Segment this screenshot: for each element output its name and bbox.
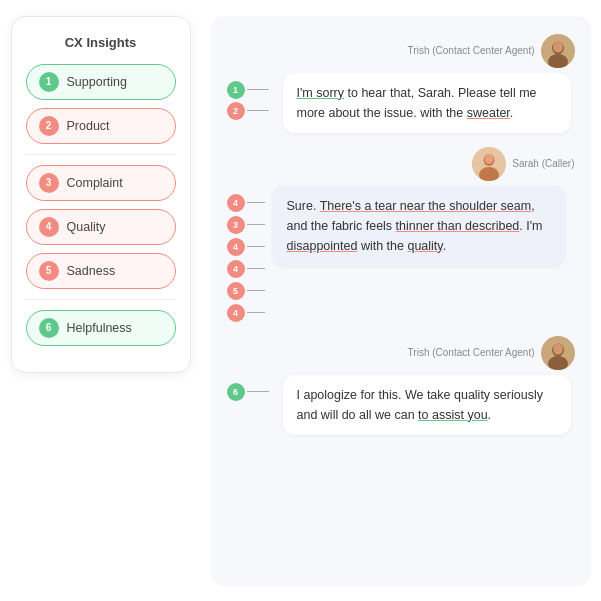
caller-with: with the [357, 239, 407, 253]
caller-name: Sarah (Caller) [512, 158, 574, 169]
agent1-name: Trish (Contact Center Agent) [408, 45, 535, 56]
caller-period: . [443, 239, 446, 253]
insight-badge-5: 5 [39, 261, 59, 281]
divider-1 [26, 154, 176, 155]
agent2-bubble: I apologize for this. We take quality se… [283, 375, 571, 435]
divider-2 [26, 299, 176, 300]
insight-quality[interactable]: 4 Quality [26, 209, 176, 245]
agent1-period1: . [510, 106, 513, 120]
insight-badge-2: 2 [39, 116, 59, 136]
agent1-sorry: I'm sorry [297, 86, 345, 100]
agent1-bubble: I'm sorry to hear that, Sarah. Please te… [283, 73, 571, 133]
panel-title: CX Insights [26, 35, 176, 50]
marker-4a-caller: 4 [227, 194, 245, 212]
agent1-avatar [541, 34, 575, 68]
insight-label-quality: Quality [67, 220, 106, 234]
svg-point-7 [485, 154, 494, 164]
insight-label-supporting: Supporting [67, 75, 127, 89]
agent1-sweater: sweater [467, 106, 510, 120]
insight-label-sadness: Sadness [67, 264, 116, 278]
insight-label-complaint: Complaint [67, 176, 123, 190]
agent2-name: Trish (Contact Center Agent) [408, 347, 535, 358]
agent2-assist: to assist you [418, 408, 487, 422]
insight-badge-3: 3 [39, 173, 59, 193]
insight-helpfulness[interactable]: 6 Helpfulness [26, 310, 176, 346]
caller-thinner: thinner than described [396, 219, 520, 233]
caller-message: Sarah (Caller) 4 3 4 [227, 147, 575, 322]
insight-badge-1: 1 [39, 72, 59, 92]
caller-sure: Sure. [287, 199, 320, 213]
marker-4b-caller: 4 [227, 238, 245, 256]
svg-point-11 [553, 343, 563, 354]
caller-bubble: Sure. There's a tear near the shoulder s… [273, 186, 565, 266]
insight-sadness[interactable]: 5 Sadness [26, 253, 176, 289]
cx-insights-panel: CX Insights 1 Supporting 2 Product 3 Com… [11, 16, 191, 373]
marker-4c-caller: 4 [227, 260, 245, 278]
insight-product[interactable]: 2 Product [26, 108, 176, 144]
insight-complaint[interactable]: 3 Complaint [26, 165, 176, 201]
caller-im: . I'm [519, 219, 542, 233]
agent-message-1: Trish (Contact Center Agent) [227, 34, 575, 133]
caller-quality: quality [407, 239, 442, 253]
agent2-period: . [488, 408, 491, 422]
chat-panel: Trish (Contact Center Agent) [211, 16, 591, 586]
marker-3-caller: 3 [227, 216, 245, 234]
insight-supporting[interactable]: 1 Supporting [26, 64, 176, 100]
insight-badge-4: 4 [39, 217, 59, 237]
caller-avatar [472, 147, 506, 181]
caller-tear: There's a tear near the shoulder seam [320, 199, 532, 213]
insight-label-helpfulness: Helpfulness [67, 321, 132, 335]
caller-disappointed: disappointed [287, 239, 358, 253]
agent-message-2: Trish (Contact Center Agent) 6 [227, 336, 575, 435]
svg-point-3 [553, 41, 563, 52]
marker-6-agent2: 6 [227, 383, 245, 401]
marker-2-agent: 2 [227, 102, 245, 120]
insight-label-product: Product [67, 119, 110, 133]
agent2-avatar [541, 336, 575, 370]
marker-1-agent: 1 [227, 81, 245, 99]
marker-5-caller: 5 [227, 282, 245, 300]
marker-4d-caller: 4 [227, 304, 245, 322]
insight-badge-6: 6 [39, 318, 59, 338]
